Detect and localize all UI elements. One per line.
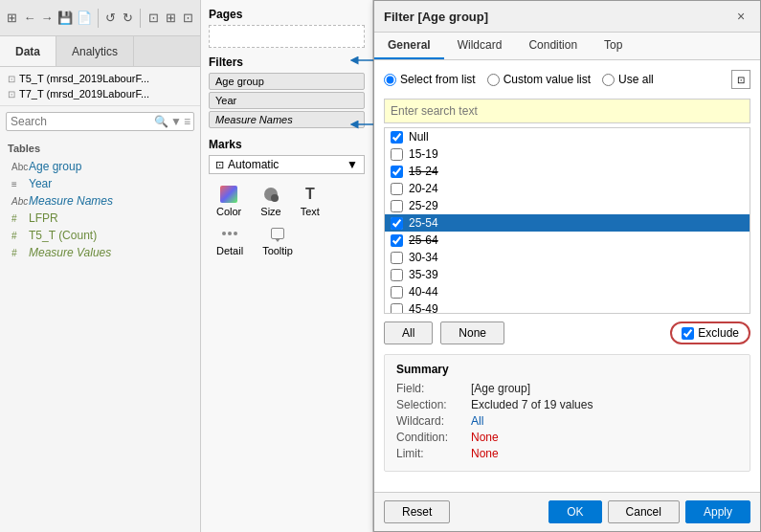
toolbar-icon-grid[interactable]: ⊞: [6, 8, 19, 29]
datasources: ⊡ T5_T (mrsd_2019LabourF... ⊡ T7_T (mrsd…: [0, 67, 200, 106]
checkbox-15-24[interactable]: [391, 166, 403, 178]
tab-data[interactable]: Data: [0, 36, 56, 66]
radio-row: Select from list Custom value list Use a…: [384, 70, 750, 89]
filter-item-15-24[interactable]: 15-24: [385, 163, 750, 180]
dialog-tab-top[interactable]: Top: [591, 33, 636, 59]
marks-dropdown-arrow: ▼: [347, 158, 358, 171]
color-icon: [220, 186, 237, 203]
datasource-t7[interactable]: ⊡ T7_T (mrsd_2019LabourF...: [6, 86, 194, 101]
checkbox-15-19[interactable]: [391, 148, 403, 161]
toolbar-icon-new[interactable]: 📄: [77, 8, 92, 29]
summary-condition-key: Condition:: [396, 431, 463, 444]
radio-select-from-list[interactable]: Select from list: [384, 73, 476, 86]
checkbox-null[interactable]: [391, 131, 403, 144]
checkbox-30-34[interactable]: [391, 252, 403, 264]
checkbox-25-54[interactable]: [391, 217, 403, 230]
checkbox-25-29[interactable]: [391, 200, 403, 212]
marks-color[interactable]: Color: [216, 186, 241, 217]
filter-item-25-29[interactable]: 25-29: [385, 197, 750, 214]
toolbar-icon-back[interactable]: ←: [23, 8, 36, 29]
radio-use-all[interactable]: Use all: [602, 73, 654, 86]
filter-item-15-19[interactable]: 15-19: [385, 145, 750, 163]
pages-label: Pages: [209, 8, 365, 21]
field-year[interactable]: ≡ Year: [8, 175, 192, 192]
field-lfpr[interactable]: # LFPR: [8, 210, 192, 227]
radio-custom-value-list[interactable]: Custom value list: [487, 73, 591, 86]
filter-item-null[interactable]: Null: [385, 128, 750, 145]
checkbox-45-49[interactable]: [391, 303, 403, 315]
btn-cancel[interactable]: Cancel: [608, 500, 680, 523]
field-age-group[interactable]: Abc Age group: [8, 158, 192, 175]
toolbar-icon-forward[interactable]: →: [40, 8, 54, 29]
field-t5-count[interactable]: # T5_T (Count): [8, 227, 192, 244]
toolbar-icon-viz[interactable]: ⊡: [146, 8, 160, 29]
summary-limit-key: Limit:: [396, 447, 463, 460]
size-icon: [262, 186, 280, 203]
dialog-footer: Reset OK Cancel Apply: [374, 492, 760, 531]
dialog-tab-wildcard[interactable]: Wildcard: [444, 33, 516, 59]
summary-selection-val: Excluded 7 of 19 values: [471, 398, 593, 411]
filter-icon[interactable]: ▼: [170, 115, 182, 128]
datasource-icon-t7: ⊡: [8, 89, 15, 100]
filter-item-25-64[interactable]: 25-64: [385, 232, 750, 249]
checkbox-40-44[interactable]: [391, 286, 403, 299]
marks-size[interactable]: Size: [260, 186, 280, 217]
summary-limit-row: Limit: None: [396, 447, 738, 460]
field-measure-values[interactable]: # Measure Values: [8, 244, 192, 261]
filter-item-20-24[interactable]: 20-24: [385, 180, 750, 197]
btn-all[interactable]: All: [384, 321, 433, 344]
marks-icons-row: Color Size T Text: [209, 182, 365, 221]
dialog-titlebar: Filter [Age group] ×: [374, 1, 760, 33]
filter-age-group[interactable]: Age group: [209, 73, 365, 90]
field-icon-year: ≡: [11, 179, 25, 189]
dialog-tab-condition[interactable]: Condition: [515, 33, 591, 59]
filter-item-25-54[interactable]: 25-54: [385, 214, 750, 232]
btn-ok[interactable]: OK: [548, 500, 601, 523]
summary-field-key: Field:: [396, 382, 463, 395]
btn-apply[interactable]: Apply: [685, 500, 750, 523]
dialog-tab-general[interactable]: General: [374, 33, 444, 59]
filter-measure-names[interactable]: Measure Names: [209, 111, 365, 128]
toolbar-icon-undo[interactable]: ↺: [104, 8, 118, 29]
field-measure-names[interactable]: Abc Measure Names: [8, 192, 192, 210]
marks-tooltip[interactable]: Tooltip: [262, 225, 293, 256]
search-section: 🔍 ▼ ≡: [0, 106, 200, 139]
dialog-close-button[interactable]: ×: [731, 7, 750, 26]
toolbar-icon-device[interactable]: ⊡: [181, 8, 194, 29]
toolbar-icon-redo[interactable]: ↻: [122, 8, 135, 29]
datasource-icon-t5: ⊡: [8, 74, 15, 84]
marks-type-icon: ⊡: [215, 159, 224, 171]
custom-list-icon[interactable]: ⊡: [731, 70, 750, 89]
tables-section: Tables Abc Age group ≡ Year Abc Measure …: [0, 139, 200, 265]
filter-search-input[interactable]: [384, 99, 750, 123]
field-icon-lfpr: #: [11, 213, 25, 224]
summary-field-val: [Age group]: [471, 382, 530, 395]
checkbox-20-24[interactable]: [391, 183, 403, 195]
pages-shelf: Pages: [201, 0, 372, 52]
filter-item-35-39[interactable]: 35-39: [385, 266, 750, 283]
checkbox-35-39[interactable]: [391, 269, 403, 281]
filter-year[interactable]: Year: [209, 92, 365, 109]
filter-item-45-49[interactable]: 45-49: [385, 300, 750, 314]
marks-type-dropdown[interactable]: ⊡ Automatic ▼: [209, 155, 365, 174]
grid-view-icon[interactable]: ≡: [184, 115, 190, 128]
marks-detail[interactable]: Detail: [216, 225, 243, 256]
summary-selection-row: Selection: Excluded 7 of 19 values: [396, 398, 738, 411]
filter-item-40-44[interactable]: 40-44: [385, 283, 750, 300]
exclude-checkbox[interactable]: [682, 327, 694, 340]
toolbar-icon-save[interactable]: 💾: [57, 8, 73, 29]
filter-list[interactable]: Null 15-19 15-24 20-24 25-29 25-54: [384, 127, 750, 314]
exclude-checkbox-label[interactable]: Exclude: [670, 321, 750, 344]
marks-text[interactable]: T Text: [301, 186, 320, 217]
pages-drop-zone[interactable]: [209, 25, 365, 48]
search-input[interactable]: [11, 115, 154, 128]
checkbox-25-64[interactable]: [391, 234, 403, 247]
toolbar-icon-fit[interactable]: ⊞: [164, 8, 177, 29]
btn-reset[interactable]: Reset: [384, 500, 450, 523]
btn-none[interactable]: None: [440, 321, 504, 344]
datasource-t5[interactable]: ⊡ T5_T (mrsd_2019LabourF...: [6, 71, 194, 86]
filter-item-30-34[interactable]: 30-34: [385, 249, 750, 266]
field-icon-age-group: Abc: [11, 162, 25, 172]
filter-dialog: Filter [Age group] × General Wildcard Co…: [373, 0, 761, 532]
tab-analytics[interactable]: Analytics: [56, 36, 134, 66]
